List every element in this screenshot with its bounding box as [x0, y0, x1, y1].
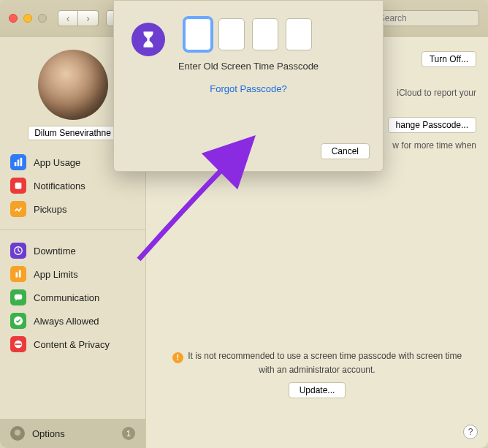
svg-rect-3: [15, 183, 22, 189]
sidebar-item-downtime[interactable]: Downtime: [0, 239, 145, 262]
traffic-lights: [9, 14, 47, 23]
back-button[interactable]: ‹: [58, 10, 78, 26]
sidebar-item-pickups[interactable]: Pickups: [0, 197, 145, 221]
sidebar-item-always-allowed[interactable]: Always Allowed: [0, 309, 145, 333]
change-passcode-button[interactable]: hange Passcode...: [388, 117, 476, 133]
sidebar-item-label: App Usage: [34, 157, 80, 168]
sidebar-item-label: Pickups: [34, 204, 67, 215]
hourglass-icon: [131, 23, 165, 56]
passcode-digit-1[interactable]: [185, 18, 211, 50]
more-time-desc: w for more time when: [374, 140, 476, 151]
downtime-icon: [10, 243, 26, 259]
forward-button[interactable]: ›: [78, 10, 99, 26]
sidebar-item-app-limits[interactable]: App Limits: [0, 262, 145, 286]
communication-icon: [10, 289, 26, 305]
sidebar-item-content-privacy[interactable]: Content & Privacy: [0, 333, 145, 356]
user-name[interactable]: Dilum Senevirathne: [28, 126, 118, 140]
app-usage-icon: [10, 154, 26, 170]
svg-rect-8: [15, 343, 22, 345]
gear-icon: [10, 426, 25, 441]
app-limits-icon: [10, 266, 26, 282]
sidebar-item-options[interactable]: Options 1: [0, 419, 145, 448]
sidebar-item-label: Content & Privacy: [34, 339, 110, 350]
minimize-window-button[interactable]: [23, 14, 32, 23]
notifications-icon: [10, 178, 26, 194]
sidebar-item-notifications[interactable]: Notifications: [0, 174, 145, 197]
nav-buttons: ‹ ›: [58, 10, 99, 26]
sidebar-item-label: Options: [32, 428, 65, 439]
forgot-passcode-link[interactable]: Forgot Passcode?: [126, 83, 371, 94]
passcode-digit-3[interactable]: [252, 18, 278, 50]
always-allowed-icon: [10, 313, 26, 329]
sidebar-item-label: Notifications: [34, 181, 85, 191]
passcode-prompt: Enter Old Screen Time Passcode: [126, 61, 371, 72]
maximize-window-button: [38, 14, 47, 23]
report-desc: iCloud to report your: [374, 88, 476, 98]
passcode-sheet: Enter Old Screen Time Passcode Forgot Pa…: [113, 0, 384, 172]
sidebar-item-label: Downtime: [34, 246, 76, 257]
sidebar-item-label: Communication: [34, 292, 99, 303]
avatar: [38, 50, 108, 120]
search-input[interactable]: [379, 13, 474, 23]
sidebar-item-label: App Limits: [34, 269, 78, 280]
warning-text: ! It is not recommended to use a screen …: [171, 349, 463, 398]
svg-rect-1: [18, 160, 20, 167]
cancel-button[interactable]: Cancel: [321, 143, 370, 159]
content-privacy-icon: [10, 336, 26, 352]
close-window-button[interactable]: [9, 14, 18, 23]
warning-label: It is not recommended to use a screen ti…: [188, 351, 462, 375]
passcode-digit-2[interactable]: [218, 18, 245, 50]
sidebar-item-communication[interactable]: Communication: [0, 286, 145, 309]
update-button[interactable]: Update...: [289, 382, 346, 398]
svg-rect-0: [15, 162, 17, 166]
sidebar-item-label: Always Allowed: [34, 316, 99, 327]
help-button[interactable]: ?: [463, 425, 478, 439]
warning-icon: !: [172, 352, 183, 363]
pickups-icon: [10, 201, 26, 217]
turn-off-button[interactable]: Turn Off...: [422, 51, 476, 67]
svg-rect-2: [20, 158, 23, 166]
svg-rect-5: [15, 295, 23, 300]
options-badge: 1: [122, 427, 135, 440]
passcode-digit-4[interactable]: [286, 18, 312, 50]
